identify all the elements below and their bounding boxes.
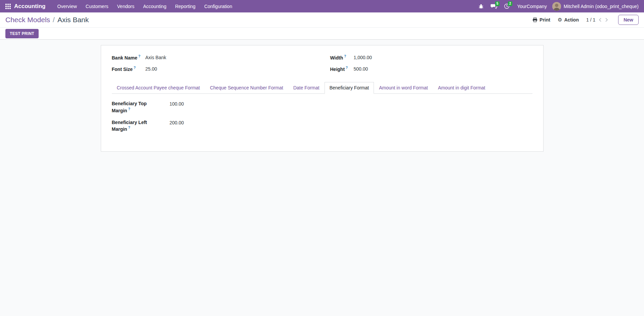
tab-header: Crossed Account Payee cheque Format Cheq…	[112, 82, 532, 94]
user-name: Mitchell Admin (odoo_print_cheque)	[564, 4, 639, 9]
company-switcher[interactable]: YourCompany	[514, 4, 549, 9]
print-button[interactable]: Print	[532, 17, 550, 23]
top-navbar: Accounting Overview Customers Vendors Ac…	[0, 0, 644, 12]
help-icon: ?	[138, 54, 140, 58]
font-size-value[interactable]: 25.00	[145, 66, 314, 72]
tab-cheque-sequence-number-format[interactable]: Cheque Sequence Number Format	[205, 82, 288, 94]
menu-item-configuration[interactable]: Configuration	[201, 2, 236, 11]
pager-value[interactable]: 1 / 1	[586, 17, 595, 23]
beneficiary-top-margin-label: Beneficiary Top Margin?	[112, 101, 166, 114]
breadcrumb-parent-link[interactable]: Check Models	[5, 16, 50, 24]
height-label: Height?	[330, 66, 354, 73]
help-icon: ?	[128, 126, 130, 129]
menu-item-reporting[interactable]: Reporting	[171, 2, 199, 11]
font-size-label: Font Size?	[112, 66, 145, 73]
debug-bug-icon[interactable]	[476, 2, 486, 11]
menu-item-overview[interactable]: Overview	[54, 2, 81, 11]
control-panel: Check Models / Axis Bank Print ⚙ Action …	[0, 12, 644, 28]
help-icon: ?	[344, 54, 346, 58]
field-font-size: Font Size? 25.00	[112, 66, 314, 73]
height-value[interactable]: 500.00	[354, 66, 532, 72]
field-beneficiary-top-margin: Beneficiary Top Margin? 100.00	[112, 101, 320, 114]
previous-page-button[interactable]	[599, 17, 602, 22]
field-beneficiary-left-margin: Beneficiary Left Margin? 200.00	[112, 119, 320, 132]
form-view: Bank Name? Axis Bank Font Size? 25.00 Wi…	[0, 40, 644, 152]
bank-name-value[interactable]: Axis Bank	[145, 54, 314, 61]
menu-item-customers[interactable]: Customers	[82, 2, 112, 11]
beneficiary-left-margin-label: Beneficiary Left Margin?	[112, 119, 166, 132]
menu-item-accounting[interactable]: Accounting	[139, 2, 170, 11]
printer-icon	[532, 17, 538, 22]
beneficiary-left-margin-value[interactable]: 200.00	[170, 119, 320, 126]
user-avatar	[552, 2, 561, 11]
action-button[interactable]: ⚙ Action	[558, 17, 579, 23]
field-bank-name: Bank Name? Axis Bank	[112, 54, 314, 61]
tab-pane-beneficiary-format: Beneficiary Top Margin? 100.00 Beneficia…	[112, 94, 532, 132]
activities-clock-icon[interactable]: 2	[502, 2, 512, 11]
gear-icon: ⚙	[558, 17, 562, 23]
tab-amount-in-digit-format[interactable]: Amount in digit Format	[433, 82, 490, 94]
test-print-button[interactable]: TEST PRINT	[5, 29, 39, 38]
help-icon: ?	[134, 66, 136, 70]
width-label: Width?	[330, 54, 354, 61]
width-value[interactable]: 1,000.00	[354, 54, 532, 61]
tab-crossed-account-payee-cheque-format[interactable]: Crossed Account Payee cheque Format	[112, 82, 205, 94]
activities-count-badge: 2	[508, 1, 513, 6]
messages-icon[interactable]: 5	[489, 2, 499, 11]
help-icon: ?	[346, 66, 348, 70]
messages-count-badge: 5	[495, 1, 500, 6]
tab-amount-in-word-format[interactable]: Amount in word Format	[374, 82, 433, 94]
pager: 1 / 1	[586, 17, 608, 23]
menu-item-vendors[interactable]: Vendors	[114, 2, 138, 11]
field-width: Width? 1,000.00	[330, 54, 532, 61]
apps-grid-icon[interactable]	[5, 4, 11, 9]
field-height: Height? 500.00	[330, 66, 532, 73]
next-page-button[interactable]	[605, 17, 608, 22]
help-icon: ?	[128, 107, 130, 111]
breadcrumb-separator: /	[53, 16, 55, 24]
breadcrumb-current: Axis Bank	[57, 16, 89, 24]
tab-beneficiary-format[interactable]: Beneficiary Format	[325, 82, 374, 94]
breadcrumb: Check Models / Axis Bank	[5, 16, 89, 24]
action-label: Action	[564, 17, 579, 23]
beneficiary-top-margin-value[interactable]: 100.00	[170, 101, 320, 107]
app-name[interactable]: Accounting	[14, 3, 46, 10]
tab-date-format[interactable]: Date Format	[288, 82, 325, 94]
status-bar: TEST PRINT	[0, 28, 644, 40]
new-button[interactable]: New	[618, 15, 639, 25]
notebook: Crossed Account Payee cheque Format Cheq…	[112, 82, 532, 132]
user-menu[interactable]: Mitchell Admin (odoo_print_cheque)	[552, 2, 639, 11]
print-label: Print	[540, 17, 550, 23]
main-menu: Overview Customers Vendors Accounting Re…	[54, 2, 236, 11]
form-sheet: Bank Name? Axis Bank Font Size? 25.00 Wi…	[101, 45, 544, 152]
bank-name-label: Bank Name?	[112, 54, 145, 61]
